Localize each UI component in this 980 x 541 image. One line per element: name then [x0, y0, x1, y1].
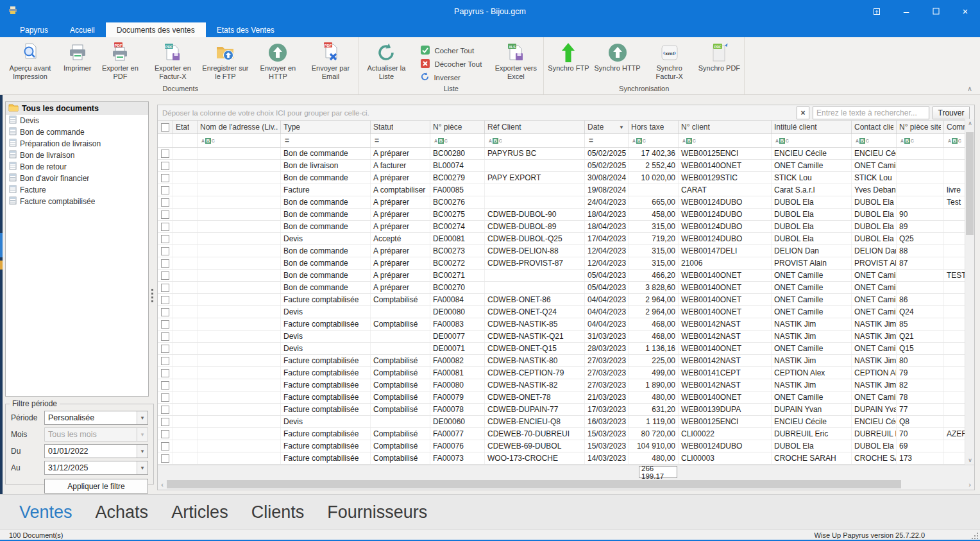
minimize-icon[interactable]: –: [891, 0, 921, 22]
row-checkbox[interactable]: [161, 186, 169, 194]
table-row[interactable]: Bon de commandeA préparerBC00280PAPYRUS …: [158, 148, 974, 160]
table-row[interactable]: Bon de commandeA préparerBC0027105/04/20…: [158, 270, 974, 282]
row-checkbox[interactable]: [161, 381, 169, 390]
chevron-down-icon[interactable]: ▾: [137, 445, 148, 458]
row-checkbox[interactable]: [161, 284, 169, 292]
row-checkbox[interactable]: [161, 235, 169, 243]
tree-item[interactable]: Bon d'avoir financier: [6, 173, 148, 184]
inverser-button[interactable]: Inverser: [417, 71, 485, 84]
table-row[interactable]: Bon de livraisonA facturerBL0007405/02/2…: [158, 160, 974, 172]
table-row[interactable]: Facture comptabiliséeComptabiliséFA00079…: [158, 391, 974, 404]
column-header-site[interactable]: N° pièce site: [897, 121, 944, 133]
cell-sel[interactable]: [158, 221, 173, 232]
column-header-ht[interactable]: Hors taxe: [629, 121, 679, 133]
row-checkbox[interactable]: [161, 223, 169, 231]
cell-sel[interactable]: [158, 233, 173, 245]
row-checkbox[interactable]: [161, 454, 169, 463]
decocher-tout-button[interactable]: Décocher Tout: [417, 57, 485, 71]
tab-clients[interactable]: Clients: [251, 502, 305, 522]
table-row[interactable]: DevisDE00060CDWEB-ENCIEU-Q816/03/20231 1…: [158, 416, 974, 428]
cell-sel[interactable]: [158, 355, 173, 366]
filter-cell-intitule[interactable]: ABC: [772, 134, 852, 147]
group-by-drop-zone[interactable]: Déposer la colonne de votre choix ICI po…: [158, 105, 974, 121]
row-checkbox[interactable]: [161, 357, 169, 365]
tab-papyrus[interactable]: Papyrus: [9, 22, 59, 37]
appliquer-le-filtre-button[interactable]: Appliquer le filtre: [44, 479, 148, 494]
column-header-sel[interactable]: [158, 121, 173, 133]
synchro-factur-x-button[interactable]: xml‹› Synchro Factur-X: [643, 39, 696, 82]
row-checkbox[interactable]: [161, 332, 169, 341]
column-header-statut[interactable]: Statut: [371, 121, 430, 133]
table-row[interactable]: Facture comptabiliséeComptabiliséFA00081…: [158, 367, 974, 379]
tree-item[interactable]: Facture comptabilisée: [6, 196, 148, 207]
table-row[interactable]: DevisDE00077CDWEB-NASTIK-Q2131/03/202346…: [158, 331, 974, 343]
tree-item[interactable]: Bon de livraison: [6, 150, 148, 161]
vertical-scroll-thumb[interactable]: [966, 132, 974, 235]
sidebar-item-tous-les-documents[interactable]: Tous les documents: [6, 102, 148, 115]
table-row[interactable]: Bon de commandeA préparerBC00279PAPY EXP…: [158, 172, 974, 184]
filter-cell-etat[interactable]: [173, 134, 198, 147]
tree-item[interactable]: Bon de retour: [6, 161, 148, 173]
column-header-adresse[interactable]: Nom de l'adresse (Liv...: [198, 121, 281, 133]
column-header-type[interactable]: Type: [281, 121, 371, 133]
filter-cell-nclient[interactable]: ABC: [679, 134, 772, 147]
scroll-right-icon[interactable]: ›: [965, 479, 974, 490]
maximize-icon[interactable]: [921, 0, 950, 22]
filter-cell-sel[interactable]: [158, 134, 173, 147]
tab-ventes[interactable]: Ventes: [19, 502, 72, 522]
periode-select[interactable]: Personalisée ▾: [44, 411, 148, 425]
dock-window-icon[interactable]: [862, 0, 891, 22]
column-header-piece[interactable]: N° pièce: [430, 121, 485, 133]
cell-sel[interactable]: [158, 196, 173, 208]
cell-sel[interactable]: [158, 391, 173, 403]
envoyer-en-http-button[interactable]: Envoyer en HTTP: [251, 39, 304, 82]
synchro-pdf-button[interactable]: PDF Synchro PDF: [696, 39, 743, 74]
table-row[interactable]: Bon de commandeA préparerBC0027005/04/20…: [158, 282, 974, 294]
horizontal-scroll-thumb[interactable]: [167, 480, 901, 488]
tab-accueil[interactable]: Accueil: [59, 22, 106, 37]
cell-sel[interactable]: [158, 318, 173, 330]
filter-cell-site[interactable]: ABC: [897, 134, 944, 147]
cell-sel[interactable]: [158, 294, 173, 305]
row-checkbox[interactable]: [161, 308, 169, 316]
trouver-button[interactable]: Trouver: [933, 107, 970, 119]
cell-sel[interactable]: [158, 245, 173, 257]
filter-cell-contact[interactable]: ABC: [852, 134, 897, 147]
row-checkbox[interactable]: [161, 345, 169, 353]
resize-grip[interactable]: [972, 533, 978, 539]
cell-sel[interactable]: [158, 160, 173, 171]
synchro-ftp-button[interactable]: Synchro FTP: [545, 39, 591, 74]
cell-sel[interactable]: [158, 270, 173, 281]
column-header-contact[interactable]: Contact client: [852, 121, 897, 133]
enregistrer-sur-le-ftp-button[interactable]: Enregistrer sur le FTP: [199, 39, 251, 82]
row-checkbox[interactable]: [161, 271, 169, 280]
envoyer-par-email-button[interactable]: PDF Envoyer par Email: [304, 39, 357, 82]
table-row[interactable]: Facture comptabiliséeComptabiliséFA00082…: [158, 355, 974, 367]
tree-item[interactable]: Facture: [6, 184, 148, 196]
row-checkbox[interactable]: [161, 162, 169, 170]
table-row[interactable]: Facture comptabiliséeComptabiliséFA00077…: [158, 428, 974, 440]
filter-cell-date[interactable]: =: [585, 134, 629, 147]
scroll-left-icon[interactable]: ‹: [158, 479, 167, 490]
table-row[interactable]: DevisDE00071CDWEB-ONET-Q1528/03/20231 13…: [158, 343, 974, 355]
row-checkbox[interactable]: [161, 418, 169, 426]
table-row[interactable]: Facture comptabiliséeComptabiliséFA00083…: [158, 318, 974, 331]
collapse-ribbon-icon[interactable]: ∧: [967, 85, 972, 93]
filter-cell-statut[interactable]: =: [371, 134, 430, 147]
filter-cell-piece[interactable]: ABC: [430, 134, 485, 147]
table-row[interactable]: Facture comptabiliséeComptabiliséFA00076…: [158, 440, 974, 452]
filter-cell-ref[interactable]: ABC: [485, 134, 585, 147]
table-row[interactable]: Bon de commandeA préparerBC0027624/04/20…: [158, 196, 974, 209]
cell-sel[interactable]: [158, 209, 173, 220]
tab-fournisseurs[interactable]: Fournisseurs: [327, 502, 427, 522]
row-checkbox[interactable]: [161, 393, 169, 402]
clear-search-icon[interactable]: ×: [797, 107, 809, 119]
filter-cell-adresse[interactable]: ABC: [198, 134, 281, 147]
row-checkbox[interactable]: [161, 406, 169, 414]
row-checkbox[interactable]: [161, 210, 169, 219]
table-row[interactable]: DevisAcceptéDE00081CDWEB-DUBOL-Q2517/04/…: [158, 233, 974, 245]
row-checkbox[interactable]: [161, 296, 169, 304]
tree-item[interactable]: Préparation de livraison: [6, 138, 148, 150]
search-input[interactable]: [813, 107, 929, 119]
au-date-field[interactable]: 31/12/2025 ▾: [44, 461, 148, 475]
